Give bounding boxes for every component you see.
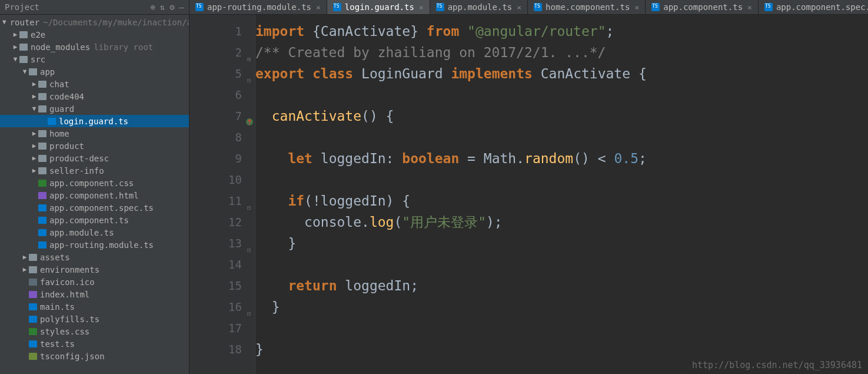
tree-item[interactable]: ▶home: [0, 127, 189, 140]
editor-tab[interactable]: home.component.ts×: [528, 0, 646, 14]
tree-item[interactable]: ▶tsconfig.json: [0, 350, 189, 362]
tab-label: app.component.ts: [663, 2, 743, 12]
tree-label: guard: [49, 104, 74, 114]
tree-label: app-routing.module.ts: [49, 240, 154, 250]
tree-item[interactable]: ▼app: [0, 65, 189, 78]
chevron-right-icon[interactable]: ▶: [31, 130, 38, 137]
ts-file-icon: [333, 3, 341, 11]
tree-label: polyfills.ts: [40, 315, 99, 324]
tree-item[interactable]: ▶chat: [0, 78, 189, 90]
fold-icon[interactable]: ⊟: [247, 197, 251, 219]
tree-label: router: [10, 18, 40, 27]
tree-item[interactable]: ▶app.module.ts: [0, 226, 189, 239]
tree-item[interactable]: ▶code404: [0, 90, 189, 102]
chevron-right-icon[interactable]: ▶: [31, 167, 38, 174]
chevron-right-icon[interactable]: ▶: [31, 92, 38, 100]
tab-label: app-routing.module.ts: [207, 2, 311, 12]
ts-icon: [38, 229, 46, 236]
ts-icon: [29, 340, 37, 347]
close-icon[interactable]: ×: [419, 3, 424, 12]
tree-item[interactable]: ▼guard: [0, 102, 189, 115]
chevron-right-icon[interactable]: ▶: [21, 253, 28, 261]
chevron-right-icon[interactable]: ▶: [31, 142, 38, 150]
folder-icon: [38, 93, 46, 100]
tree-item[interactable]: ▶app.component.css: [0, 177, 189, 189]
tree-label: code404: [49, 92, 84, 101]
chevron-right-icon[interactable]: ▶: [31, 154, 38, 162]
ts-icon: [48, 118, 56, 125]
chevron-down-icon[interactable]: ▼: [12, 55, 19, 63]
gear-icon[interactable]: ⚙: [169, 2, 174, 12]
line-number: 14: [189, 254, 255, 275]
line-number: 2: [189, 42, 255, 63]
chevron-right-icon[interactable]: ▶: [12, 43, 19, 51]
json-icon: [29, 353, 37, 360]
fold-icon[interactable]: ⊟: [247, 303, 251, 325]
tree-label: app.module.ts: [49, 228, 114, 237]
tree-item[interactable]: ▼router~/Documents/my/muke/inaction/a: [0, 16, 189, 28]
line-number: 15: [189, 275, 255, 296]
tree-item[interactable]: ▶app.component.html: [0, 189, 189, 201]
line-number: 13: [189, 233, 255, 254]
tree-label: test.ts: [40, 339, 75, 349]
hide-icon[interactable]: ―: [179, 2, 184, 12]
tree-item[interactable]: ▶app-routing.module.ts: [0, 239, 189, 251]
code-area[interactable]: import {CanActivate} from "@angular/rout…: [255, 15, 868, 374]
tree-label: product: [49, 141, 84, 151]
tree-item[interactable]: ▶favicon.ico: [0, 276, 189, 288]
tree-item[interactable]: ▶polyfills.ts: [0, 313, 189, 325]
tab-label: app.component.spec.ts: [776, 2, 868, 12]
chevron-right-icon[interactable]: ▶: [12, 31, 19, 38]
editor-tab[interactable]: app-routing.module.ts×: [189, 0, 327, 14]
tree-item[interactable]: ▶assets: [0, 251, 189, 263]
tree-item[interactable]: ▶login.guard.ts: [0, 115, 189, 127]
chevron-down-icon[interactable]: ▼: [2, 18, 6, 26]
code-editor[interactable]: 1256789101112131415161718 import {CanAct…: [189, 15, 868, 374]
close-icon[interactable]: ×: [634, 3, 639, 12]
close-icon[interactable]: ×: [747, 3, 752, 12]
tab-label: login.guard.ts: [345, 2, 414, 12]
close-icon[interactable]: ×: [316, 3, 321, 12]
line-number: 6: [189, 84, 255, 105]
close-icon[interactable]: ×: [517, 3, 521, 12]
folder-icon: [19, 31, 28, 38]
editor-tab[interactable]: app.component.ts×: [646, 0, 759, 14]
project-tree[interactable]: ▼router~/Documents/my/muke/inaction/a▶e2…: [0, 15, 189, 374]
css-icon: [29, 328, 37, 335]
ts-icon: [38, 241, 46, 249]
tree-item[interactable]: ▶seller-info: [0, 164, 189, 177]
collapse-icon[interactable]: ⇅: [160, 2, 165, 12]
tree-item[interactable]: ▼src: [0, 53, 189, 65]
fold-icon[interactable]: ⊟: [247, 112, 251, 134]
editor-tabs: app-routing.module.ts×login.guard.ts×app…: [189, 0, 868, 14]
project-panel-header: Project ⊕ ⇅ ⚙ ―: [0, 0, 189, 14]
tree-label: home: [49, 129, 69, 138]
fold-icon[interactable]: ⊟: [247, 240, 251, 261]
fold-icon[interactable]: ⊞: [247, 49, 251, 70]
tree-item[interactable]: ▶styles.css: [0, 325, 189, 337]
fold-icon[interactable]: ⊟: [247, 70, 251, 91]
editor-tab[interactable]: app.component.spec.ts×: [759, 0, 868, 14]
tree-item[interactable]: ▶index.html: [0, 288, 189, 300]
tree-label: app.component.ts: [49, 216, 129, 225]
tree-item[interactable]: ▶main.ts: [0, 300, 189, 313]
chevron-right-icon[interactable]: ▶: [21, 266, 28, 273]
editor-tab[interactable]: login.guard.ts×: [327, 0, 430, 14]
tree-item[interactable]: ▶environments: [0, 263, 189, 276]
tree-extra: library root: [94, 42, 153, 52]
tree-item[interactable]: ▶e2e: [0, 28, 189, 41]
folder-icon: [38, 105, 46, 112]
target-icon[interactable]: ⊕: [150, 2, 155, 12]
chevron-right-icon[interactable]: ▶: [31, 80, 38, 88]
css-icon: [38, 180, 46, 187]
tree-item[interactable]: ▶product-desc: [0, 152, 189, 164]
chevron-down-icon[interactable]: ▼: [21, 68, 28, 75]
tree-item[interactable]: ▶app.component.ts: [0, 214, 189, 226]
tree-item[interactable]: ▶test.ts: [0, 337, 189, 350]
editor-tab[interactable]: app.module.ts×: [430, 0, 528, 14]
folder-icon: [38, 143, 46, 150]
tree-item[interactable]: ▶node_moduleslibrary root: [0, 41, 189, 53]
chevron-down-icon[interactable]: ▼: [31, 105, 38, 112]
tree-item[interactable]: ▶product: [0, 140, 189, 152]
tree-item[interactable]: ▶app.component.spec.ts: [0, 201, 189, 214]
